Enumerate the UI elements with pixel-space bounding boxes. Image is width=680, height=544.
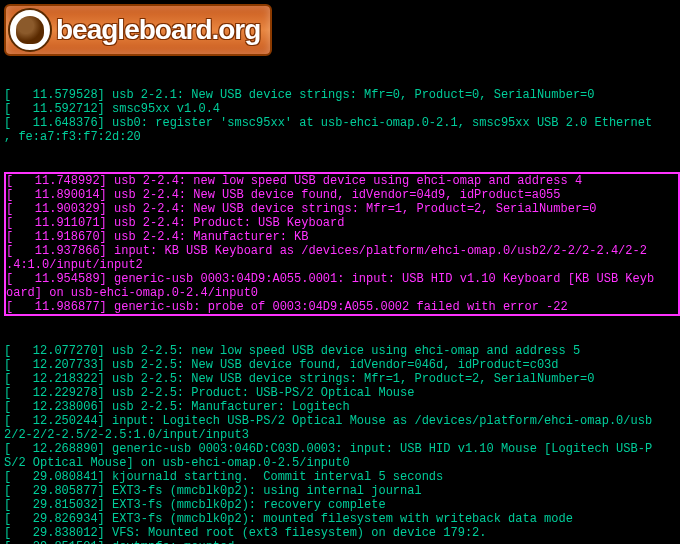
log-block-before: [ 11.579528] usb 2-2.1: New USB device s…	[4, 88, 680, 144]
log-line: [ 29.815032] EXT3-fs (mmcblk0p2): recove…	[4, 498, 680, 512]
log-line: [ 12.207733] usb 2-2.5: New USB device f…	[4, 358, 680, 372]
log-line: [ 11.890014] usb 2-2.4: New USB device f…	[6, 188, 678, 202]
log-line: [ 12.250244] input: Logitech USB-PS/2 Op…	[4, 414, 680, 428]
log-line: [ 29.080841] kjournald starting. Commit …	[4, 470, 680, 484]
log-line: [ 11.986877] generic-usb: probe of 0003:…	[6, 300, 678, 314]
log-line: [ 11.918670] usb 2-2.4: Manufacturer: KB	[6, 230, 678, 244]
log-line: [ 29.826934] EXT3-fs (mmcblk0p2): mounte…	[4, 512, 680, 526]
terminal-output: [ 11.579528] usb 2-2.1: New USB device s…	[0, 60, 680, 544]
log-line: S/2 Optical Mouse] on usb-ehci-omap.0-2.…	[4, 456, 680, 470]
log-line: [ 11.954589] generic-usb 0003:04D9:A055.…	[6, 272, 678, 286]
log-line: [ 29.851501] devtmpfs: mounted	[4, 540, 680, 544]
log-line: [ 11.900329] usb 2-2.4: New USB device s…	[6, 202, 678, 216]
log-line: [ 12.218322] usb 2-2.5: New USB device s…	[4, 372, 680, 386]
log-block-after: [ 12.077270] usb 2-2.5: new low speed US…	[4, 344, 680, 544]
log-line: oard] on usb-ehci-omap.0-2.4/input0	[6, 286, 678, 300]
log-line: 2/2-2/2-2.5/2-2.5:1.0/input/input3	[4, 428, 680, 442]
log-line: [ 11.648376] usb0: register 'smsc95xx' a…	[4, 116, 680, 130]
log-line: [ 12.268890] generic-usb 0003:046D:C03D.…	[4, 442, 680, 456]
log-line: [ 11.748992] usb 2-2.4: new low speed US…	[6, 174, 678, 188]
beagle-icon	[8, 8, 52, 52]
log-line: [ 11.937866] input: KB USB Keyboard as /…	[6, 244, 678, 258]
log-line: .4:1.0/input/input2	[6, 258, 678, 272]
highlighted-log-block: [ 11.748992] usb 2-2.4: new low speed US…	[4, 172, 680, 316]
log-line: [ 11.579528] usb 2-2.1: New USB device s…	[4, 88, 680, 102]
log-line: [ 29.805877] EXT3-fs (mmcblk0p2): using …	[4, 484, 680, 498]
log-line: [ 29.838012] VFS: Mounted root (ext3 fil…	[4, 526, 680, 540]
log-line: [ 12.238006] usb 2-2.5: Manufacturer: Lo…	[4, 400, 680, 414]
logo-bar: beagleboard.org	[4, 4, 272, 56]
log-line: [ 12.229278] usb 2-2.5: Product: USB-PS/…	[4, 386, 680, 400]
log-line: [ 12.077270] usb 2-2.5: new low speed US…	[4, 344, 680, 358]
log-line: [ 11.592712] smsc95xx v1.0.4	[4, 102, 680, 116]
logo-text: beagleboard.org	[56, 23, 260, 37]
log-line: [ 11.911071] usb 2-2.4: Product: USB Key…	[6, 216, 678, 230]
log-line: , fe:a7:f3:f7:2d:20	[4, 130, 680, 144]
